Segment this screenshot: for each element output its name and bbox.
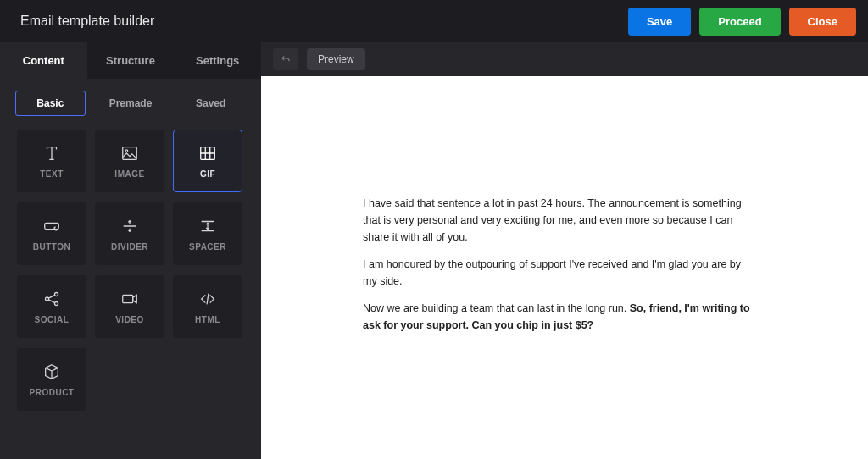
image-icon: [119, 144, 141, 163]
block-social[interactable]: SOCIAL: [17, 275, 86, 338]
block-spacer[interactable]: SPACER: [173, 202, 242, 265]
proceed-button[interactable]: Proceed: [699, 8, 780, 36]
sidebar: Content Structure Settings Basic Premade…: [0, 42, 261, 459]
social-icon: [41, 290, 63, 308]
canvas-area: Preview I have said that sentence a lot …: [261, 42, 868, 459]
svg-point-4: [45, 296, 48, 300]
gif-icon: [197, 144, 219, 163]
main-tabs: Content Structure Settings: [0, 42, 261, 79]
tab-settings[interactable]: Settings: [174, 42, 261, 79]
app-title: Email template builder: [20, 14, 154, 29]
text-icon: [41, 144, 63, 163]
email-p3-plain: Now we are building a team that can last…: [363, 302, 630, 314]
sub-tabs: Basic Premade Saved: [0, 79, 261, 130]
svg-rect-3: [45, 223, 59, 229]
email-body[interactable]: I have said that sentence a lot in past …: [363, 195, 753, 334]
svg-rect-0: [123, 147, 137, 159]
svg-point-1: [125, 149, 128, 152]
svg-point-5: [54, 292, 58, 296]
video-icon: [119, 290, 141, 308]
svg-rect-7: [123, 295, 133, 302]
workspace: Content Structure Settings Basic Premade…: [0, 42, 868, 459]
block-text[interactable]: TEXT: [17, 130, 86, 192]
undo-icon: [280, 53, 292, 65]
spacer-icon: [197, 217, 219, 235]
block-html[interactable]: HTML: [173, 275, 242, 338]
block-divider[interactable]: DIVIDER: [95, 202, 164, 265]
tab-structure[interactable]: Structure: [87, 42, 175, 79]
block-label: TEXT: [40, 169, 64, 179]
button-icon: [41, 217, 63, 235]
topbar: Email template builder Save Proceed Clos…: [0, 0, 868, 42]
block-label: SOCIAL: [35, 315, 70, 324]
subtab-saved[interactable]: Saved: [175, 91, 246, 116]
subtab-premade[interactable]: Premade: [96, 91, 166, 116]
block-gif[interactable]: GIF: [173, 130, 242, 192]
divider-icon: [119, 217, 141, 235]
close-button[interactable]: Close: [789, 8, 856, 36]
block-video[interactable]: VIDEO: [95, 275, 164, 338]
email-paragraph-2: I am honoured by the outpouring of suppo…: [363, 256, 753, 290]
email-paragraph-1: I have said that sentence a lot in past …: [363, 195, 753, 246]
canvas[interactable]: I have said that sentence a lot in past …: [261, 76, 868, 459]
block-label: HTML: [195, 315, 220, 324]
block-label: SPACER: [189, 242, 226, 252]
block-image[interactable]: IMAGE: [95, 130, 164, 192]
preview-button[interactable]: Preview: [307, 48, 365, 70]
email-paragraph-3: Now we are building a team that can last…: [363, 300, 753, 334]
undo-button[interactable]: [273, 48, 298, 70]
topbar-actions: Save Proceed Close: [628, 8, 856, 36]
block-label: DIVIDER: [111, 242, 148, 252]
tab-content[interactable]: Content: [0, 42, 87, 79]
product-icon: [41, 362, 63, 381]
save-button[interactable]: Save: [628, 8, 691, 36]
block-label: IMAGE: [114, 169, 144, 179]
block-label: VIDEO: [115, 315, 144, 324]
block-product[interactable]: PRODUCT: [17, 348, 86, 411]
block-label: BUTTON: [33, 242, 70, 252]
block-label: GIF: [200, 169, 215, 179]
canvas-toolbar: Preview: [261, 42, 868, 76]
html-icon: [197, 290, 219, 308]
blocks-grid: TEXT IMAGE GIF BUTTON DIVIDER SPACER: [0, 130, 261, 411]
svg-point-6: [54, 301, 58, 305]
block-button[interactable]: BUTTON: [17, 202, 86, 265]
subtab-basic[interactable]: Basic: [15, 91, 86, 116]
block-label: PRODUCT: [30, 388, 75, 397]
